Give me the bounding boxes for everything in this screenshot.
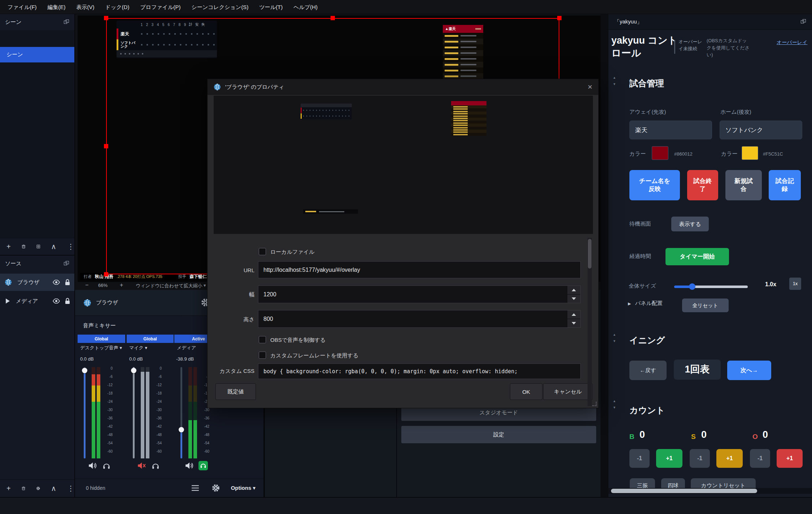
volume-slider-knob[interactable] <box>131 368 136 373</box>
menu-docks[interactable]: ドック(D) <box>100 0 135 14</box>
menu-tools[interactable]: ツール(T) <box>254 0 288 14</box>
speaker-muted-icon[interactable] <box>137 462 146 470</box>
game-record-button[interactable]: 試合記録 <box>769 170 801 200</box>
source-row-browser[interactable]: ブラウザ <box>0 274 74 291</box>
selection-handle[interactable] <box>104 272 108 276</box>
dock-splitter[interactable] <box>601 14 608 497</box>
dock-hscrollbar-thumb[interactable] <box>611 489 757 493</box>
chevron-down-icon[interactable]: ▾ <box>204 283 206 288</box>
channel-name[interactable]: メディア <box>177 345 196 351</box>
selection-handle[interactable] <box>557 16 562 20</box>
url-input[interactable]: http://localhost:5177/yakyuu/#/overlay <box>258 261 581 278</box>
menu-profile[interactable]: プロファイル(P) <box>135 0 186 14</box>
size-reset-button[interactable]: 1x <box>789 278 801 290</box>
settings-button[interactable]: 設定 <box>401 426 596 443</box>
home-team-input[interactable]: ソフトバンク <box>720 121 802 139</box>
dialog-scrollbar-thumb[interactable] <box>588 239 591 269</box>
spin-down-button[interactable] <box>567 295 580 303</box>
end-game-button[interactable]: 試合終了 <box>687 170 718 200</box>
eye-icon[interactable] <box>53 280 60 285</box>
scene-item-selected[interactable]: シーン <box>0 47 74 62</box>
selection-handle[interactable] <box>104 16 108 20</box>
add-source-button[interactable]: + <box>6 484 11 493</box>
sources-more-button[interactable]: ⋮ <box>67 484 74 493</box>
dialog-titlebar[interactable]: 'ブラウザ' のプロパティ ✕ <box>208 79 598 95</box>
home-color-swatch[interactable] <box>742 146 758 160</box>
volume-slider[interactable] <box>133 367 135 458</box>
speaker-icon[interactable] <box>88 462 97 470</box>
fit-to-window-option[interactable]: ウィンドウに合わせて拡大縮小 <box>136 283 202 289</box>
collapse-up-icon[interactable]: ▲ <box>613 76 616 79</box>
height-input[interactable]: 800 <box>258 310 581 328</box>
panel-reset-button[interactable]: 全リセット <box>682 299 729 312</box>
close-icon[interactable]: ✕ <box>588 83 593 91</box>
mixer-list-icon[interactable] <box>191 485 199 491</box>
balls-plus-button[interactable]: +1 <box>656 449 682 468</box>
collapse-down-icon[interactable]: ▼ <box>613 340 616 343</box>
float-dock-icon[interactable] <box>800 19 806 25</box>
cancel-button[interactable]: キャンセル <box>543 383 593 400</box>
menu-help[interactable]: ヘルプ(H) <box>288 0 323 14</box>
inning-back-button[interactable]: ←戻す <box>629 361 667 380</box>
menu-file[interactable]: ファイル(F) <box>2 0 42 14</box>
scenes-more-button[interactable]: ⋮ <box>67 242 74 251</box>
strikes-minus-button[interactable]: -1 <box>690 449 710 468</box>
custom-fps-checkbox[interactable] <box>259 352 266 359</box>
spin-up-button[interactable] <box>567 286 580 295</box>
outs-plus-button[interactable]: +1 <box>777 449 803 468</box>
size-slider-track[interactable] <box>674 286 748 288</box>
away-color-swatch[interactable] <box>652 146 668 160</box>
standby-show-button[interactable]: 表示する <box>671 217 709 231</box>
spin-down-button[interactable] <box>567 319 580 327</box>
volume-slider-knob[interactable] <box>179 427 184 432</box>
custom-css-input[interactable]: body { background-color: rgba(0, 0, 0, 0… <box>258 363 581 379</box>
channel-name[interactable]: デスクトップ音声 ▾ <box>80 345 122 351</box>
resize-grip[interactable] <box>592 402 597 406</box>
move-scene-up-button[interactable]: ∧ <box>51 242 56 251</box>
collapse-up-icon[interactable]: ▲ <box>613 400 616 403</box>
float-dock-icon[interactable] <box>64 261 69 266</box>
collapse-down-icon[interactable]: ▼ <box>613 83 616 86</box>
local-file-checkbox[interactable] <box>259 248 266 255</box>
float-dock-icon[interactable] <box>64 19 69 25</box>
eye-icon[interactable] <box>53 299 60 304</box>
source-properties-gear-icon[interactable] <box>36 485 40 492</box>
remove-source-button[interactable] <box>22 485 25 492</box>
scene-filters-button[interactable] <box>36 243 40 250</box>
balls-minus-button[interactable]: -1 <box>629 449 650 468</box>
move-source-up-button[interactable]: ∧ <box>51 484 56 493</box>
menu-view[interactable]: 表示(V) <box>71 0 100 14</box>
source-row-media[interactable]: メディア <box>0 292 74 310</box>
width-input[interactable]: 1200 <box>258 286 581 303</box>
headphones-icon[interactable] <box>102 462 110 470</box>
collapse-down-icon[interactable]: ▼ <box>613 406 616 409</box>
overlay-link[interactable]: オーバーレイ <box>777 39 807 46</box>
size-slider-knob[interactable] <box>689 283 695 290</box>
yakyuu-dock-titlebar[interactable]: 「yakyuu」 <box>608 14 812 30</box>
monitor-active-button[interactable] <box>198 461 208 470</box>
selection-handle[interactable] <box>104 144 108 148</box>
mixer-gear-icon[interactable] <box>211 484 220 492</box>
headphones-icon[interactable] <box>152 462 160 470</box>
apply-team-names-button[interactable]: チーム名を反映 <box>629 170 680 200</box>
timer-start-button[interactable]: タイマー開始 <box>665 248 729 265</box>
away-team-input[interactable]: 楽天 <box>629 121 712 139</box>
zoom-in-button[interactable]: + <box>120 282 123 288</box>
menu-scene-collection[interactable]: シーンコレクション(S) <box>186 0 254 14</box>
remove-scene-button[interactable] <box>22 243 26 250</box>
lock-icon[interactable] <box>65 279 70 286</box>
defaults-button[interactable]: 既定値 <box>215 383 256 400</box>
selection-handle[interactable] <box>331 16 335 20</box>
lock-icon[interactable] <box>65 298 70 304</box>
speaker-icon[interactable] <box>185 462 193 470</box>
ok-button[interactable]: OK <box>510 383 542 400</box>
menu-edit[interactable]: 編集(E) <box>42 0 71 14</box>
volume-slider-knob[interactable] <box>82 368 87 373</box>
add-scene-button[interactable]: + <box>6 243 11 251</box>
strikes-plus-button[interactable]: +1 <box>716 449 743 468</box>
control-audio-checkbox[interactable] <box>259 336 266 343</box>
channel-name[interactable]: マイク ▾ <box>129 345 147 351</box>
new-game-button[interactable]: 新規試合 <box>725 170 762 200</box>
options-button[interactable]: Options ▾ <box>231 485 256 491</box>
inning-next-button[interactable]: 次へ→ <box>727 361 771 380</box>
